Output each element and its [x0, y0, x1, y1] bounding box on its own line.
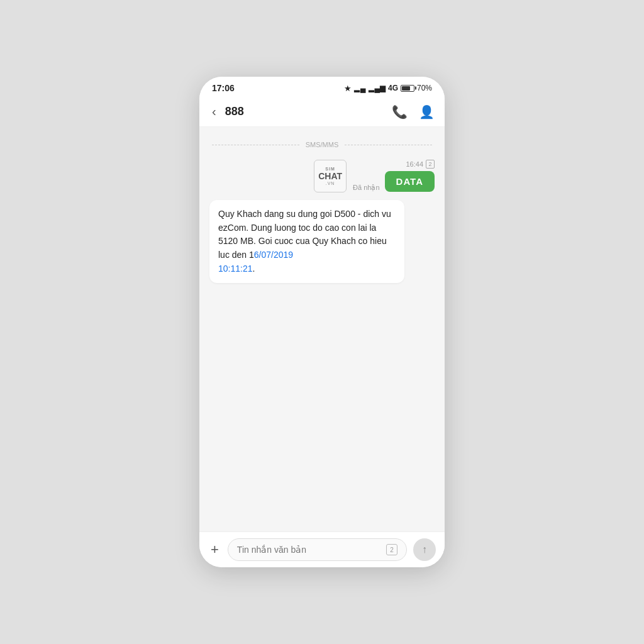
- message-row-data: 16:44 2 Đã nhận DATA SIM CHAT .VN: [199, 156, 445, 196]
- data-badge: DATA: [385, 171, 435, 192]
- nav-actions: 📞 👤: [392, 104, 435, 119]
- back-button[interactable]: ‹: [209, 102, 219, 121]
- message-meta: 16:44 2: [406, 160, 435, 169]
- phone-frame: 17:06 ★ ▂▄ ▂▄▆ 4G 70% ‹ 888 📞 👤 S: [199, 77, 445, 567]
- send-icon: ↑: [422, 544, 427, 555]
- emoji-icon[interactable]: 2: [386, 544, 397, 555]
- bluetooth-icon: ★: [344, 84, 352, 93]
- date-link-text: 6/07/2019: [254, 250, 293, 260]
- signal-icon: ▂▄: [354, 84, 367, 92]
- text-message-row: Quy Khach dang su dung goi D500 - dich v…: [199, 196, 445, 287]
- message-time: 16:44: [406, 160, 423, 168]
- status-bar: 17:06 ★ ▂▄ ▂▄▆ 4G 70%: [199, 77, 445, 97]
- message-input[interactable]: [237, 545, 381, 555]
- contact-name: 888: [225, 105, 386, 118]
- contact-icon[interactable]: 👤: [419, 104, 435, 119]
- battery-icon: [401, 85, 414, 92]
- status-icons: ★ ▂▄ ▂▄▆ 4G 70%: [344, 84, 432, 93]
- sms-mms-divider: SMS/MMS: [212, 141, 432, 148]
- time-link-text: 10:11:21: [218, 264, 253, 274]
- message-body-part1: Quy Khach dang su dung goi D500 - dich v…: [218, 209, 391, 260]
- nav-bar: ‹ 888 📞 👤: [199, 97, 445, 127]
- avatar-vn-text: .VN: [326, 181, 335, 186]
- sender-avatar: SIM CHAT .VN: [314, 160, 347, 192]
- text-bubble: Quy Khach dang su dung goi D500 - dich v…: [209, 200, 404, 283]
- message-period: .: [253, 264, 255, 274]
- network-label: 4G: [388, 84, 398, 92]
- status-time: 17:06: [212, 83, 235, 93]
- signal-icon2: ▂▄▆: [369, 84, 386, 92]
- divider-label: SMS/MMS: [306, 141, 339, 148]
- date-link[interactable]: 6/07/2019: [254, 250, 293, 260]
- read-icon: 2: [426, 160, 435, 169]
- phone-icon[interactable]: 📞: [392, 104, 408, 119]
- input-area: + 2 ↑: [199, 531, 445, 567]
- battery-fill: [402, 86, 410, 91]
- received-label: Đã nhận: [353, 184, 379, 192]
- battery-percent: 70%: [417, 84, 432, 92]
- send-button[interactable]: ↑: [413, 538, 436, 561]
- add-button[interactable]: +: [208, 539, 221, 560]
- input-field-wrap: 2: [228, 538, 407, 561]
- chat-area: SMS/MMS 16:44 2 Đã nhận DATA SIM CHAT .V…: [199, 127, 445, 531]
- time-link[interactable]: 10:11:21: [218, 264, 253, 274]
- divider-line-left: [212, 145, 299, 145]
- avatar-chat-text: CHAT: [318, 172, 342, 181]
- divider-line-right: [345, 145, 432, 145]
